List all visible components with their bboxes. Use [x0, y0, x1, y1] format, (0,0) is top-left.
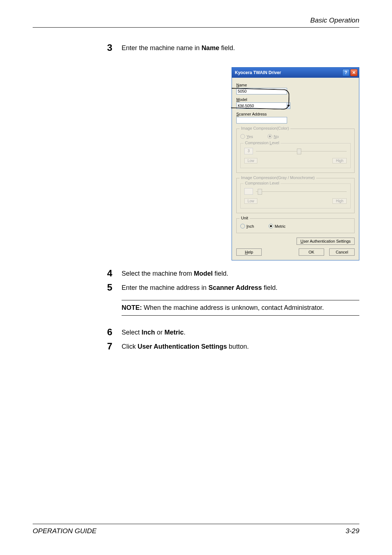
slider-thumb: [297, 149, 301, 154]
radio-yes: Yes: [240, 134, 253, 139]
color-radio-row: Yes No: [240, 134, 351, 139]
step-text: Select Inch or Metric.: [122, 327, 359, 337]
bold: Inch: [142, 329, 155, 336]
scanner-label: Scanner Address: [236, 112, 355, 116]
unit-legend: Unit: [240, 216, 250, 220]
low-button-2: Low: [244, 198, 257, 204]
footer-rule: [33, 524, 359, 524]
step-4: 4 Select the machine from Model field.: [107, 268, 359, 278]
step-text: Select the machine from Model field.: [122, 268, 359, 278]
model-label: Model: [236, 97, 355, 102]
low-high-row-2: Low High: [244, 198, 347, 204]
page-footer: OPERATION GUIDE 3-29: [33, 524, 359, 535]
footer-left: OPERATION GUIDE: [33, 527, 97, 535]
step-3: 3 Enter the machine name in Name field.: [107, 42, 359, 53]
text: Enter the machine address in: [122, 284, 208, 291]
group-gray: Image Compression(Gray / Monochrome) Com…: [236, 178, 355, 213]
dialog-body: Name Model Scanner Address Image Compres…: [232, 78, 359, 260]
bold: User Authentication Settings: [138, 343, 227, 350]
slider-track-2: [256, 189, 347, 194]
twain-dialog: Kyocera TWAIN Driver ? ✕ Name Model: [232, 67, 359, 260]
bold: Model: [194, 270, 213, 277]
step-num: 4: [107, 268, 122, 278]
step-6: 6 Select Inch or Metric.: [107, 327, 359, 337]
text: field.: [213, 270, 228, 277]
step-5: 5 Enter the machine address in Scanner A…: [107, 282, 359, 292]
step-text: Enter the machine address in Scanner Add…: [122, 282, 359, 292]
step-text: Enter the machine name in Name field.: [122, 42, 359, 53]
note-rule-bottom: [122, 315, 359, 316]
header-rule: [33, 27, 359, 28]
slider-track: [256, 148, 347, 154]
note-body: When the machine address is unknown, con…: [142, 304, 324, 311]
group-color-legend: Image Compression(Color): [240, 126, 290, 130]
group-color: Image Compression(Color) Yes No: [236, 129, 355, 173]
low-high-row: Low High: [244, 158, 347, 163]
model-input[interactable]: [236, 102, 287, 109]
cancel-button[interactable]: Cancel: [329, 248, 355, 256]
note-rule-top: [122, 300, 359, 300]
step-7: 7 Click User Authentication Settings but…: [107, 341, 359, 351]
low-button: Low: [244, 158, 257, 163]
note-block: NOTE: When the machine address is unknow…: [122, 300, 359, 316]
text: Select the machine from: [122, 270, 194, 277]
group-gray-legend: Image Compression(Gray / Monochrome): [240, 175, 316, 180]
text: field.: [262, 284, 278, 291]
text: .: [184, 329, 185, 336]
step-num: 3: [107, 42, 122, 52]
group-unit: Unit Inch Metric: [236, 218, 355, 233]
radio-inch[interactable]: Inch: [240, 224, 254, 228]
text: button.: [227, 343, 249, 350]
bold: Metric: [164, 329, 184, 336]
radio-metric[interactable]: Metric: [269, 224, 286, 228]
radio-icon: [240, 224, 245, 228]
text: or: [155, 329, 164, 336]
high-button: High: [332, 158, 347, 163]
slider-value: 3: [244, 148, 253, 154]
footer-row: OPERATION GUIDE 3-29: [33, 527, 359, 535]
step-num: 5: [107, 282, 122, 292]
high-button-2: High: [332, 198, 347, 204]
note-text: NOTE: When the machine address is unknow…: [122, 304, 359, 312]
content-column: 3 Enter the machine name in Name field. …: [107, 42, 359, 351]
note-label: NOTE:: [122, 304, 142, 311]
comp-level-legend: Compression Level: [244, 141, 281, 145]
slider-thumb-2: [258, 189, 262, 195]
page: Basic Operation 3 Enter the machine name…: [0, 0, 392, 555]
uas-row: User Authentication Settings: [236, 238, 355, 245]
text: Click: [122, 343, 138, 350]
group-comp-level: Compression Level 3 Low High: [240, 143, 351, 168]
ok-button[interactable]: OK: [299, 248, 324, 256]
dialog-title: Kyocera TWAIN Driver: [235, 70, 281, 75]
step-text: Click User Authentication Settings butto…: [122, 341, 359, 351]
header-section: Basic Operation: [33, 16, 359, 27]
title-buttons: ? ✕: [342, 69, 358, 76]
step-num: 6: [107, 327, 122, 337]
text: Enter the machine name in: [122, 44, 201, 52]
radio-no: No: [268, 134, 279, 139]
step-num: 7: [107, 341, 122, 351]
slider-2: [244, 188, 347, 195]
name-label: Name: [236, 83, 355, 87]
help-button[interactable]: Help: [236, 248, 262, 256]
text: field.: [219, 44, 235, 52]
scanner-input[interactable]: [236, 117, 287, 123]
user-auth-button[interactable]: User Authentication Settings: [297, 238, 355, 245]
radio-icon: [268, 134, 272, 139]
chevron-down-icon[interactable]: [287, 102, 290, 109]
text: Select: [122, 329, 142, 336]
bold: Name: [201, 44, 219, 52]
group-comp-level-2: Compression Level Low High: [240, 183, 351, 208]
comp-level-legend-2: Compression Level: [244, 181, 281, 185]
name-input[interactable]: [236, 88, 287, 94]
radio-icon: [240, 134, 245, 139]
title-bar: Kyocera TWAIN Driver ? ✕: [232, 68, 359, 78]
model-combo[interactable]: [236, 102, 287, 109]
bold: Scanner Address: [208, 284, 262, 291]
help-icon[interactable]: ?: [342, 69, 350, 76]
radio-icon: [269, 224, 273, 228]
footer-right: 3-29: [346, 527, 359, 535]
close-icon[interactable]: ✕: [350, 69, 358, 76]
screenshot: Kyocera TWAIN Driver ? ✕ Name Model: [232, 67, 359, 260]
slider-value-2: [244, 188, 253, 195]
